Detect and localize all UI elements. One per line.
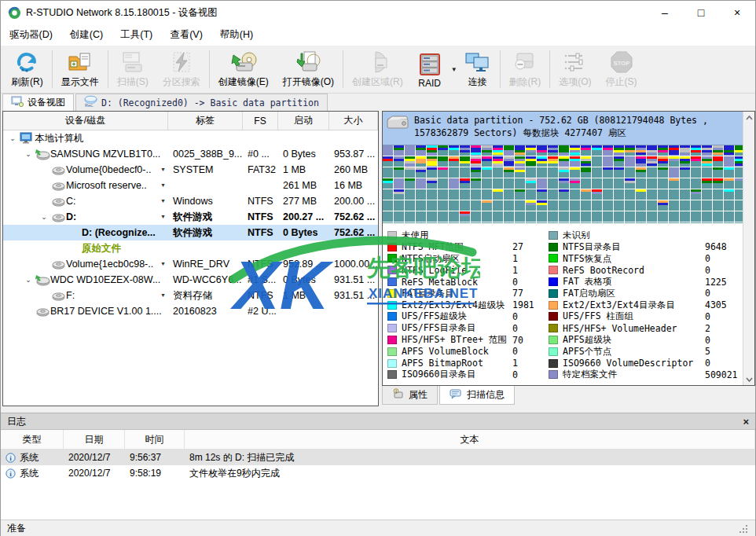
row-dropdown-icon[interactable]: ▼ xyxy=(160,214,166,219)
create-image-button[interactable]: 创建镜像(E) xyxy=(211,48,276,90)
log-column-header-1[interactable]: 类型 xyxy=(1,430,64,449)
device-row[interactable]: BR17 DEVICE V1.00 1....20160823#2 U... xyxy=(3,303,378,319)
block-cell xyxy=(427,178,437,189)
vertical-scrollbar[interactable] xyxy=(743,112,754,385)
legend-label: HFS/HFS+ VolumeHeader xyxy=(563,323,705,334)
fs-cell: NTFS xyxy=(243,288,278,303)
menu-item-5[interactable]: 帮助(H) xyxy=(211,28,262,42)
scan-legend: 未使用NTFS MFT范围27NTFS启动扇区1NTFS LogFile1ReF… xyxy=(383,226,743,385)
log-column-header-2[interactable]: 日期 xyxy=(64,430,125,449)
raid-button[interactable]: RAID xyxy=(410,48,450,90)
block-cell xyxy=(438,178,448,189)
row-dropdown-icon[interactable]: ▼ xyxy=(160,167,166,172)
log-column-header-4[interactable]: 文本 xyxy=(185,430,755,449)
close-button[interactable]: × xyxy=(719,1,755,24)
scroll-down-icon[interactable] xyxy=(743,373,754,385)
legend-color-swatch xyxy=(549,336,558,344)
partition-info-header: Basic data partition - 752.62 GB (808121… xyxy=(383,112,743,145)
device-row[interactable]: ⌄D:▼软件游戏NTFS200.27 ...752.62 ... xyxy=(3,209,378,225)
raid-dropdown-icon[interactable]: ▼ xyxy=(451,66,457,73)
toolbar-separator xyxy=(343,50,343,88)
block-cell xyxy=(570,189,580,200)
device-row[interactable]: ⌄SAMSUNG MZVLB1T0...0025_388B_9...#0 ...… xyxy=(3,146,378,162)
block-cell xyxy=(658,189,668,200)
row-dropdown-icon[interactable]: ▼ xyxy=(160,182,166,188)
device-name: BR17 DEVICE V1.00 1.... xyxy=(50,306,162,317)
log-row[interactable]: i系统2020/12/79:58:19文件枚举在9秒内完成 xyxy=(1,465,755,481)
scroll-up-icon[interactable] xyxy=(743,112,754,123)
block-cell xyxy=(438,145,448,156)
device-row[interactable]: Microsoft reserve..▼261 MB16 MB xyxy=(3,178,378,193)
block-cell xyxy=(592,167,602,178)
view-tab-1[interactable]: 设备视图 xyxy=(2,94,74,111)
device-row[interactable]: D: (Recognize...软件游戏NTFS0 Bytes752.62 ..… xyxy=(3,225,378,240)
legend-color-swatch xyxy=(387,266,397,274)
menu-item-1[interactable]: 驱动器(D) xyxy=(1,28,61,42)
block-cell xyxy=(471,167,481,178)
resize-grip[interactable] xyxy=(738,523,749,534)
block-cell xyxy=(581,222,591,223)
view-tab-2[interactable]: Rec.D: (Recognized0) -> Basic data parti… xyxy=(75,94,328,111)
block-cell xyxy=(515,145,525,156)
toolbar-separator xyxy=(209,50,210,88)
block-cell xyxy=(460,156,470,167)
info-tab-1[interactable]: i属性 xyxy=(382,386,438,405)
row-dropdown-icon[interactable]: ▼ xyxy=(160,198,166,204)
block-cell xyxy=(515,211,525,222)
row-dropdown-icon[interactable]: ▼ xyxy=(160,292,166,298)
legend-label: 特定档案文件 xyxy=(563,369,705,380)
column-header-5[interactable]: 大小 xyxy=(329,112,378,130)
device-row[interactable]: F:▼资料存储NTFS1 MB931.51 ... xyxy=(3,288,378,303)
open-image-button[interactable]: 打开镜像(O) xyxy=(276,48,341,90)
menu-item-4[interactable]: 查看(V) xyxy=(161,28,211,42)
block-cell xyxy=(713,222,723,223)
menu-item-3[interactable]: 工具(T) xyxy=(112,28,161,42)
block-cell xyxy=(493,156,503,167)
chevron-down-icon[interactable]: ⌄ xyxy=(22,150,35,158)
block-cell xyxy=(581,145,591,156)
chevron-down-icon[interactable]: ⌄ xyxy=(6,134,19,142)
block-cell xyxy=(735,211,743,222)
device-row[interactable]: 原始文件 xyxy=(3,240,378,256)
column-header-1[interactable]: 设备/磁盘 xyxy=(3,112,168,130)
block-cell xyxy=(625,200,635,211)
connect-button[interactable]: 连接 xyxy=(457,48,498,90)
open-image-icon xyxy=(295,50,321,75)
refresh-button[interactable]: 刷新(R) xyxy=(4,48,50,90)
row-dropdown-icon[interactable]: ▼ xyxy=(160,261,166,266)
column-header-2[interactable]: 标签 xyxy=(168,112,243,130)
partition-icon xyxy=(50,196,66,207)
minimize-button[interactable]: – xyxy=(647,1,683,24)
menu-item-2[interactable]: 创建(C) xyxy=(61,28,112,42)
block-cell xyxy=(735,200,743,211)
chevron-down-icon[interactable]: ⌄ xyxy=(38,213,50,221)
legend-label: FAT 表格项 xyxy=(563,276,705,288)
device-row[interactable]: ⌄本地计算机 xyxy=(3,130,378,146)
partition-icon xyxy=(35,307,50,317)
size-cell: 16 MB xyxy=(329,178,378,193)
chevron-down-icon[interactable]: ⌄ xyxy=(22,276,35,284)
device-row[interactable]: Volume{1ecb0c98-..▼WinRE_DRVNTFS952.89 .… xyxy=(3,256,378,272)
show-files-button[interactable]: 显示文件 xyxy=(54,48,106,90)
log-row[interactable]: i系统2020/12/79:56:378m 12s 的 D: 扫描已完成 xyxy=(1,450,755,465)
log-close-icon[interactable]: × xyxy=(743,417,749,427)
info-tab-2[interactable]: 扫描信息 xyxy=(439,386,515,405)
device-row[interactable]: C:▼WindowsNTFS277 MB200.00 ... xyxy=(3,193,378,209)
legend-color-swatch xyxy=(549,301,558,310)
legend-value: 0 xyxy=(705,288,741,299)
device-row[interactable]: Volume{0bedecf0-..▼SYSTEMFAT321 MB260 MB xyxy=(3,162,378,178)
legend-label: UFS/FFS 柱面组 xyxy=(563,310,705,322)
legend-value: 1225 xyxy=(705,277,741,288)
log-column-header-3[interactable]: 时间 xyxy=(125,430,185,449)
size-cell: 752.62 ... xyxy=(329,209,378,225)
block-map[interactable] xyxy=(383,145,743,223)
block-cell xyxy=(416,222,426,223)
block-cell xyxy=(680,200,690,211)
partition-icon xyxy=(50,181,66,191)
maximize-button[interactable]: □ xyxy=(683,1,719,24)
device-row[interactable]: ⌄WDC WD10EZEX-08W...WD-WCC6Y6...#1 S...0… xyxy=(3,272,378,288)
column-header-4[interactable]: 启动 xyxy=(278,112,329,130)
column-header-3[interactable]: FS xyxy=(243,112,278,130)
block-cell xyxy=(724,211,734,222)
block-cell xyxy=(713,145,723,156)
